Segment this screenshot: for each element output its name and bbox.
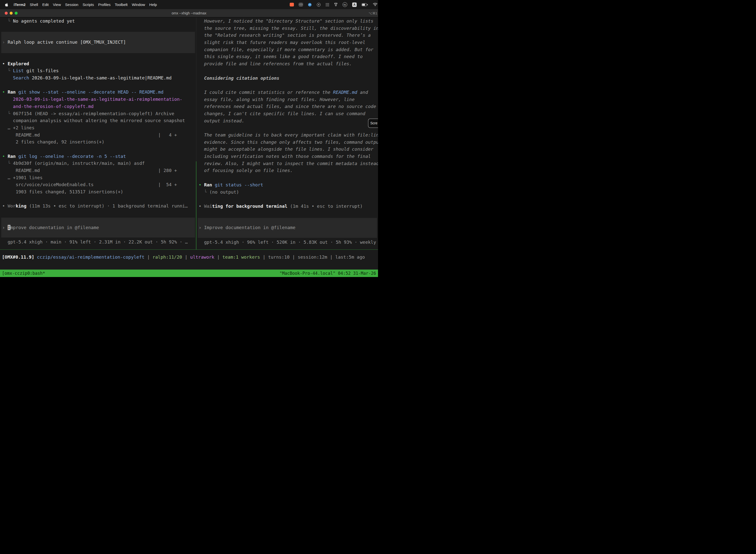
reasoning-line: The team guideline is to back every impo… <box>199 131 378 139</box>
commit-text: 067f154 (HEAD -> essay/ai-reimplementati… <box>13 111 174 116</box>
close-window-button[interactable] <box>5 12 8 15</box>
reasoning-text: I could cite commit statistics or refere… <box>204 90 333 95</box>
no-output-line: └(no output) <box>199 189 378 196</box>
explored-header: •Explored <box>2 60 196 67</box>
reasoning-line: I could cite commit statistics or refere… <box>199 89 378 96</box>
commit-line: └067f154 (HEAD -> essay/ai-reimplementat… <box>2 110 196 117</box>
separator: | <box>290 255 298 260</box>
wifi-icon[interactable] <box>373 3 378 6</box>
gauge-value: 61 <box>343 3 346 6</box>
ran-git-show-header: •Rangit show --stat --oneline --decorate… <box>2 89 196 96</box>
model-status-line: gpt-5.4 xhigh · 96% left · 520K in · 5.8… <box>199 239 378 246</box>
prompt-input[interactable]: ›Improve documentation in @filename <box>1 218 195 237</box>
menu-item-iterm2[interactable]: iTerm2 <box>14 2 25 7</box>
omx-last-activity: last:5m ago <box>335 255 365 260</box>
battery-icon[interactable] <box>362 3 368 6</box>
tree-connector: └ <box>2 68 10 73</box>
text-cursor: I <box>8 225 10 230</box>
working-label: Working <box>8 203 26 209</box>
reasoning-line: references need actual files, and since … <box>199 103 378 110</box>
menu-bar-status-icons: 61 A <box>290 2 378 7</box>
disc-app-icon[interactable] <box>317 3 321 7</box>
blank-line <box>2 82 196 89</box>
input-rest: mprove documentation in @filename <box>10 225 99 230</box>
right-pane[interactable]: However, I noticed the "Directory Struct… <box>196 17 378 250</box>
waiting-label: Waiting for background terminal <box>204 204 288 209</box>
input-source-icon[interactable]: A <box>352 2 357 7</box>
blank-line <box>199 174 378 181</box>
bullet-icon: • <box>2 89 5 95</box>
menu-item-scripts[interactable]: Scripts <box>82 2 94 7</box>
list-command: git ls-files <box>26 68 59 73</box>
blank-line <box>199 124 378 131</box>
commit-text-wrap: companion analysis without altering the … <box>2 117 196 124</box>
ran-verb: Ran <box>8 154 16 159</box>
search-query: 2026-03-09-is-legal-the-same-as-legitima… <box>32 75 172 80</box>
left-pane[interactable]: └No agents completed yet ›Ralph loop act… <box>0 17 196 250</box>
separator: | <box>260 255 268 260</box>
readme-file-reference: README.md <box>333 90 358 95</box>
bullet-icon: • <box>2 61 5 66</box>
battery-gauge-icon[interactable]: 61 <box>342 2 347 7</box>
screen: iTerm2 Shell Edit View Session Scripts P… <box>0 0 378 277</box>
blank-line <box>199 67 378 75</box>
menu-item-profiles[interactable]: Profiles <box>98 2 111 7</box>
waiting-rest: ting for background terminal <box>212 204 287 209</box>
input-text: Improve documentation in @filename <box>204 224 296 231</box>
ralph-banner-tag: [OMX_TMUX_INJECT] <box>80 39 126 46</box>
grid-icon[interactable] <box>299 3 303 6</box>
menu-item-help[interactable]: Help <box>149 2 157 7</box>
essay-filename-line-1: 2026-03-09-is-legal-the-same-as-legitima… <box>2 96 196 103</box>
menu-bar: iTerm2 Shell Edit View Session Scripts P… <box>0 0 378 9</box>
screen-overlay-button[interactable]: Scre <box>368 119 378 128</box>
elided-lines-note: … +1901 lines <box>2 174 196 181</box>
omx-session-time: session:12m <box>298 255 327 260</box>
omx-turns: turns:10 <box>268 255 290 260</box>
input-text: Improve documentation in @filename <box>8 224 99 231</box>
omx-status-line: [OMX#0.11.9]cczip/essay/ai-reimplementat… <box>0 250 378 270</box>
apple-logo-icon[interactable] <box>5 2 8 7</box>
working-shimmer: Wor <box>8 203 16 209</box>
minimize-window-button[interactable] <box>10 12 13 15</box>
separator: | <box>144 255 152 260</box>
ralph-banner: ›Ralph loop active continue[OMX_TMUX_INJ… <box>1 32 195 53</box>
reasoning-line: provide file and line references from th… <box>199 60 378 67</box>
bullet-icon: • <box>199 182 201 187</box>
tree-connector: └ <box>2 18 10 23</box>
blank-line <box>199 82 378 89</box>
prompt-input[interactable]: ›Improve documentation in @filename <box>198 218 377 238</box>
reasoning-line: this single essay, it seems like a good … <box>199 53 378 60</box>
menu-items: iTerm2 Shell Edit View Session Scripts P… <box>14 2 157 7</box>
working-status-line: •Working (11m 13s • esc to interrupt) · … <box>2 203 196 210</box>
menu-item-edit[interactable]: Edit <box>42 2 49 7</box>
git-status-command: git status --short <box>215 182 263 187</box>
menu-item-session[interactable]: Session <box>65 2 78 7</box>
reasoning-line: slight risk that future readers may over… <box>199 39 378 46</box>
omx-mode: ultrawork <box>190 255 214 260</box>
search-verb: Search <box>2 75 29 80</box>
window-shortcut-badge: ⌥⌘1 <box>369 11 378 15</box>
reasoning-heading: Considering citation options <box>199 75 378 82</box>
omx-version: [OMX#0.11.9] <box>2 255 34 260</box>
diffstat-line: src/voice/voiceModeEnabled.ts | 54 + <box>2 181 196 188</box>
menu-item-view[interactable]: View <box>53 2 61 7</box>
terminal: └No agents completed yet ›Ralph loop act… <box>0 17 378 270</box>
reasoning-line: changes, I can't cite specific file line… <box>199 110 378 117</box>
log-commit-line: └4b9d30f (origin/main, instructkr/main, … <box>2 160 196 167</box>
menu-item-shell[interactable]: Shell <box>30 2 38 7</box>
reasoning-line: the source tree, missing the essay. Stil… <box>199 25 378 32</box>
tmux-session-window[interactable]: [omx-cczip0:bash* <box>2 271 45 276</box>
reasoning-line: review. Also, I might want to inspect th… <box>199 160 378 167</box>
dots-grid-icon[interactable] <box>326 3 329 6</box>
menu-item-toolbelt[interactable]: Toolbelt <box>115 2 128 7</box>
tree-connector: └ <box>199 189 207 195</box>
blue-app-icon[interactable] <box>308 3 312 7</box>
diffstat-line: README.md | 280 + <box>2 167 196 174</box>
menu-item-window[interactable]: Window <box>132 2 145 7</box>
zoom-window-button[interactable] <box>15 12 18 15</box>
ran-verb: Ran <box>8 89 16 95</box>
working-rest: king <box>16 203 26 209</box>
screen-recording-indicator-icon[interactable] <box>290 3 294 6</box>
working-detail: (11m 13s • esc to interrupt) · 1 backgro… <box>26 203 188 209</box>
clamp-tool-icon[interactable] <box>334 3 337 6</box>
